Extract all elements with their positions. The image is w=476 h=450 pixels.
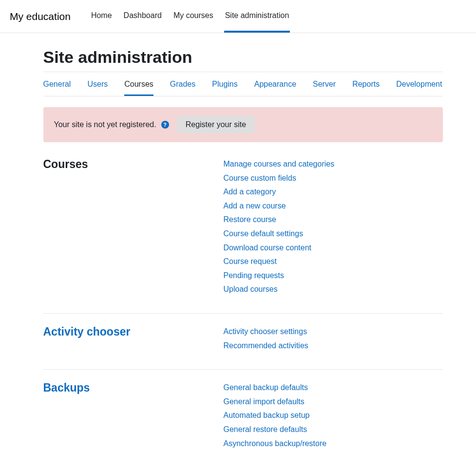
admin-link[interactable]: Manage courses and categories [224,158,335,170]
section-activity-chooser: Activity chooserActivity chooser setting… [43,313,443,369]
admin-link[interactable]: General restore defaults [224,423,327,436]
admin-link[interactable]: Course custom fields [224,172,335,185]
admin-link[interactable]: Add a new course [224,200,335,212]
topnav-item-dashboard[interactable]: Dashboard [123,0,163,33]
sections: CoursesManage courses and categoriesCour… [43,155,443,450]
admin-link[interactable]: Pending requests [224,269,335,282]
topbar: My education HomeDashboardMy coursesSite… [0,0,476,33]
section-title: Courses [43,158,224,296]
admin-link[interactable]: Restore course [224,213,335,226]
section-links: Manage courses and categoriesCourse cust… [224,158,335,296]
admin-link[interactable]: Asynchronous backup/restore [224,437,327,450]
brand[interactable]: My education [10,11,71,22]
help-icon[interactable]: ? [161,121,169,129]
topnav-item-home[interactable]: Home [90,0,113,33]
tab-plugins[interactable]: Plugins [212,73,237,96]
topnav-item-site-administration[interactable]: Site administration [224,0,290,33]
section-links: Activity chooser settingsRecommended act… [224,325,308,352]
admin-link[interactable]: Upload courses [224,283,335,296]
tab-appearance[interactable]: Appearance [254,73,296,96]
page-title: Site administration [43,48,443,67]
admin-link[interactable]: General import defaults [224,395,327,408]
tab-general[interactable]: General [43,73,71,96]
section-courses: CoursesManage courses and categoriesCour… [43,155,443,313]
register-button[interactable]: Register your site [177,116,255,133]
tab-reports[interactable]: Reports [352,73,380,96]
admin-link[interactable]: Course request [224,255,335,268]
admin-link[interactable]: Automated backup setup [224,409,327,422]
admin-link[interactable]: Add a category [224,186,335,198]
tab-grades[interactable]: Grades [170,73,195,96]
section-links: General backup defaultsGeneral import de… [224,381,327,450]
section-title[interactable]: Backups [43,381,224,450]
admin-link[interactable]: Course default settings [224,227,335,240]
main-container: Site administration GeneralUsersCoursesG… [4,33,472,450]
tab-development[interactable]: Development [396,73,442,96]
alert-text: Your site is not yet registered. [54,120,156,129]
tab-users[interactable]: Users [87,73,108,96]
top-nav: HomeDashboardMy coursesSite administrati… [90,0,290,33]
admin-link[interactable]: General backup defaults [224,381,327,394]
admin-link[interactable]: Download course content [224,242,335,254]
tab-courses[interactable]: Courses [124,73,153,96]
topnav-item-my-courses[interactable]: My courses [172,0,214,33]
section-title[interactable]: Activity chooser [43,325,224,352]
section-backups: BackupsGeneral backup defaultsGeneral im… [43,369,443,450]
admin-tabs: GeneralUsersCoursesGradesPluginsAppearan… [43,72,443,96]
admin-link[interactable]: Activity chooser settings [224,325,308,338]
admin-link[interactable]: Recommended activities [224,339,308,352]
tab-server[interactable]: Server [313,73,336,96]
registration-alert: Your site is not yet registered. ? Regis… [43,107,443,142]
